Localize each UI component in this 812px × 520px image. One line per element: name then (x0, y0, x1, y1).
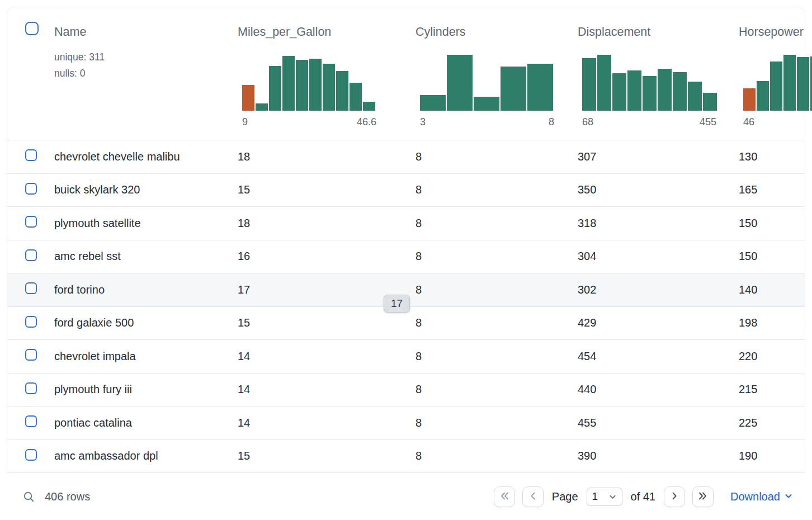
select-all-checkbox[interactable] (25, 22, 39, 35)
cell-mpg: 18 (238, 217, 416, 230)
last-page-button[interactable] (692, 486, 714, 507)
cell-name: ford torino (54, 283, 238, 296)
row-checkbox[interactable] (25, 316, 37, 328)
histogram-bar[interactable] (501, 67, 526, 111)
cell-name: buick skylark 320 (54, 183, 238, 196)
histogram-bar[interactable] (363, 102, 375, 111)
histogram-bar[interactable] (242, 85, 254, 111)
cell-horsepower: 165 (739, 183, 805, 196)
histogram-bar[interactable] (336, 71, 348, 111)
histogram-bars (743, 55, 812, 111)
chevron-right-icon (669, 490, 680, 503)
column-title-horsepower: Horsepower (739, 25, 805, 39)
cell-displacement: 302 (578, 283, 739, 296)
table-row[interactable]: plymouth satellite 18 8 318 150 (7, 207, 805, 240)
histogram-bar[interactable] (597, 55, 611, 111)
cell-displacement: 304 (578, 250, 739, 263)
histogram-bar[interactable] (658, 69, 672, 111)
table-row[interactable]: buick skylark 320 15 8 350 165 (7, 174, 805, 207)
cell-cylinders: 8 (416, 417, 578, 429)
row-checkbox[interactable] (25, 183, 37, 195)
histogram-bar[interactable] (582, 58, 596, 111)
cell-horsepower: 198 (739, 316, 805, 329)
histogram-bar[interactable] (527, 64, 553, 111)
column-header-cylinders[interactable]: Cylinders 3 8 (416, 22, 578, 128)
hist-min-label: 3 (420, 116, 426, 128)
cell-horsepower: 225 (739, 417, 805, 429)
column-header-name[interactable]: Name unique: 311 nulls: 0 (54, 22, 238, 82)
cell-horsepower: 130 (739, 150, 805, 163)
column-title-displacement: Displacement (578, 25, 739, 39)
histogram-bar[interactable] (447, 55, 473, 111)
table-row[interactable]: pontiac catalina 14 8 455 225 (7, 406, 805, 440)
row-checkbox[interactable] (25, 249, 37, 261)
histogram-bar[interactable] (474, 97, 499, 111)
table-row[interactable]: amc ambassador dpl 15 8 390 190 (7, 440, 805, 474)
row-checkbox[interactable] (25, 349, 37, 361)
histogram-bar[interactable] (296, 60, 308, 111)
row-checkbox-cell (7, 282, 54, 297)
histogram-bar[interactable] (688, 82, 702, 111)
row-checkbox[interactable] (25, 149, 37, 161)
row-checkbox-cell (7, 415, 54, 430)
hist-min-label: 9 (242, 116, 248, 128)
first-page-button[interactable] (494, 486, 515, 507)
histogram-bar[interactable] (757, 81, 769, 111)
table-footer: 406 rows Page 1 (0, 473, 812, 520)
table-header: Name unique: 311 nulls: 0 Miles_per_Gall… (7, 7, 805, 140)
prev-page-button[interactable] (522, 486, 544, 507)
download-button[interactable]: Download (730, 490, 793, 503)
histogram-bars (420, 55, 554, 111)
histogram-bar[interactable] (783, 55, 796, 111)
histogram-bar[interactable] (703, 93, 717, 111)
column-header-displacement[interactable]: Displacement 68 455 (578, 22, 739, 128)
histogram-axis-labels: 46 (743, 116, 812, 128)
cell-mpg: 14 (238, 417, 416, 429)
cell-displacement: 429 (578, 316, 739, 329)
row-checkbox[interactable] (25, 382, 37, 394)
histogram-bar[interactable] (323, 64, 335, 111)
value-tooltip: 17 (384, 295, 410, 313)
page-select[interactable]: 1 (587, 488, 622, 506)
table-row[interactable]: chevrolet chevelle malibu 18 8 307 130 (7, 140, 805, 174)
table-row[interactable]: plymouth fury iii 14 8 440 215 (7, 374, 805, 407)
row-checkbox-cell (7, 449, 54, 464)
cell-displacement: 455 (578, 417, 739, 429)
histogram-bar[interactable] (420, 95, 446, 111)
column-header-mpg[interactable]: Miles_per_Gallon 9 46.6 (238, 22, 416, 128)
row-checkbox[interactable] (25, 415, 37, 427)
row-checkbox[interactable] (25, 282, 37, 294)
meta-nulls: nulls: 0 (54, 65, 238, 82)
column-header-horsepower[interactable]: Horsepower 46 (739, 22, 805, 128)
histogram-bar[interactable] (770, 62, 782, 111)
cell-name: chevrolet chevelle malibu (54, 150, 238, 163)
cell-displacement: 454 (578, 350, 739, 363)
rows-count: 406 rows (45, 490, 90, 503)
histogram-bar[interactable] (627, 70, 641, 111)
row-checkbox[interactable] (25, 449, 37, 461)
pagination: Page 1 of 41 (494, 486, 714, 507)
row-checkbox[interactable] (25, 216, 37, 228)
histogram-bar[interactable] (309, 59, 322, 111)
table-row[interactable]: chevrolet impala 14 8 454 220 (7, 340, 805, 374)
histogram-bar[interactable] (256, 103, 268, 111)
histogram-bar[interactable] (673, 72, 687, 111)
histogram-bar[interactable] (269, 66, 281, 111)
cell-mpg: 18 (238, 150, 416, 163)
cell-cylinders: 8 (416, 316, 578, 329)
search-icon[interactable] (22, 490, 35, 503)
histogram-bar[interactable] (743, 88, 756, 111)
histogram-bar[interactable] (797, 57, 809, 111)
histogram-bar[interactable] (282, 56, 295, 111)
histogram-bar[interactable] (350, 83, 362, 111)
histogram-bars (582, 55, 716, 111)
histogram-bars (242, 55, 376, 111)
cell-name: ford galaxie 500 (54, 316, 238, 329)
histogram-bar[interactable] (612, 73, 626, 111)
histogram-bar[interactable] (643, 76, 657, 111)
header-checkbox-cell (7, 22, 54, 37)
table-row[interactable]: amc rebel sst 16 8 304 150 (7, 240, 805, 274)
table-card: Name unique: 311 nulls: 0 Miles_per_Gall… (7, 7, 805, 473)
next-page-button[interactable] (664, 486, 685, 507)
column-title-name: Name (54, 25, 238, 39)
